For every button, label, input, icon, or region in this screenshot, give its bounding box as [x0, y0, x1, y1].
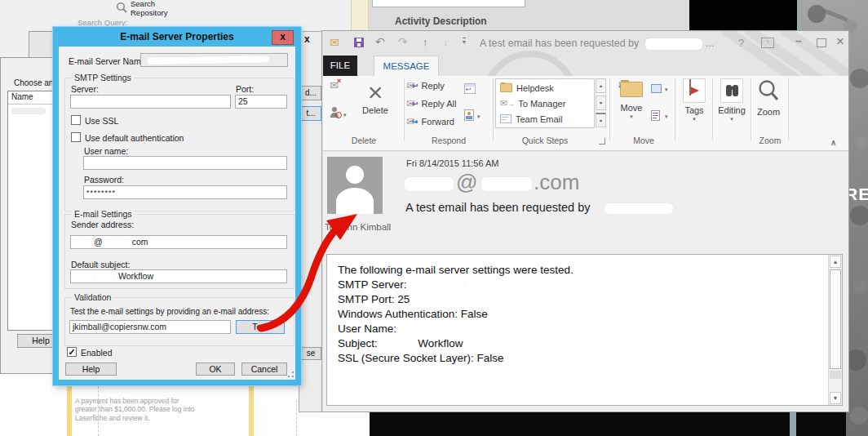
sender-address-field[interactable]: @com [70, 235, 287, 249]
quick-steps-group-label: Quick Steps [495, 136, 595, 145]
enabled-label: Enabled [81, 348, 113, 358]
tab-message[interactable]: MESSAGE [374, 56, 439, 76]
scroll-down-button[interactable]: ▼ [830, 392, 841, 404]
enabled-checkbox[interactable]: ✓ [67, 347, 77, 357]
sender-domain-fragment: com [132, 236, 148, 248]
quick-step-team-email[interactable]: Team Email [498, 111, 592, 127]
dialog-close-button[interactable]: x [272, 30, 294, 45]
sender-at: @ [456, 170, 477, 195]
canvas-yellow-strip [67, 386, 72, 436]
message-body-box[interactable]: The following e-mail server settings wer… [326, 254, 843, 406]
folder-corner [501, 82, 505, 84]
rules-dropdown-icon[interactable]: ▾ [665, 87, 668, 93]
previous-item-icon[interactable]: ↑ [423, 36, 428, 48]
sender-suffix: .com [534, 170, 579, 195]
gallery-down-button[interactable]: ▾ [596, 96, 606, 110]
group-separator [751, 78, 751, 140]
minimize-icon[interactable]: – [795, 34, 802, 47]
tab-file[interactable]: FILE [323, 56, 357, 76]
gallery-more-button[interactable]: ▾ [596, 113, 606, 127]
gallery-up-button[interactable]: ▴ [596, 78, 606, 93]
activity-input[interactable] [372, 0, 525, 7]
scroll-thumb[interactable] [830, 269, 841, 369]
payment-note: A payment has been approved for greater … [75, 397, 206, 422]
quick-step-helpdesk[interactable]: Helpdesk [498, 80, 592, 96]
dialog-client-area: E-mail Server Name: SMTP Settings Server… [59, 47, 295, 380]
cancel-button[interactable]: Cancel [241, 363, 287, 376]
tags-button[interactable]: Tags ▾ [679, 78, 710, 132]
onenote-dropdown-icon[interactable]: ▾ [665, 113, 668, 120]
edit-button-fragment[interactable]: t... [300, 106, 321, 121]
search-repository-label[interactable]: Search Repository [131, 0, 167, 17]
add-button-fragment[interactable]: d... [300, 86, 321, 100]
zoom-button[interactable]: Zoom [753, 78, 784, 132]
scroll-up-button[interactable]: ▲ [830, 256, 841, 268]
mail-icon[interactable]: ✉ [330, 36, 339, 49]
port-field[interactable]: 25 [235, 95, 287, 109]
test-email-field[interactable]: jkimball@copiersnw.com [69, 320, 231, 334]
junk-icon[interactable] [330, 107, 341, 118]
qat-customize-icon[interactable]: ▾ [463, 38, 466, 46]
user-name-field[interactable] [83, 156, 287, 170]
test-instruction-label: Test the e-mail settings by providing an… [70, 307, 269, 316]
server-field[interactable] [70, 95, 231, 109]
editing-button[interactable]: Editing ▾ [715, 78, 749, 132]
collapse-ribbon-icon[interactable]: ∧ [830, 138, 836, 147]
help-icon[interactable]: ? [738, 37, 744, 49]
password-field[interactable]: ******** [83, 185, 287, 199]
save-icon[interactable] [354, 38, 364, 47]
black-window-top-edge [797, 0, 799, 30]
payment-note-line: Laserfiche and review it. [75, 414, 206, 422]
servers-close-icon[interactable]: x [304, 33, 310, 45]
canvas-yellow-strip [249, 386, 254, 436]
quick-steps-dialog-launcher-icon[interactable] [599, 138, 605, 145]
delete-button[interactable]: × Delete [356, 78, 395, 133]
junk-dropdown-icon[interactable]: ▾ [343, 112, 347, 118]
move-button[interactable]: ↓ Move ▾ [615, 78, 648, 132]
im-dropdown-icon[interactable]: ▾ [477, 113, 480, 120]
quick-step-to-manager[interactable]: ✉→ To Manager [498, 96, 592, 111]
im-icon-dot [467, 112, 471, 115]
activity-description-label: Activity Description [395, 16, 487, 27]
molecule-node [808, 5, 826, 23]
molecule-node [855, 137, 868, 150]
ok-button[interactable]: OK [196, 363, 235, 376]
use-default-auth-checkbox[interactable] [71, 132, 81, 142]
forward-button[interactable]: ✉↪ Forward [406, 116, 454, 127]
default-subject-field[interactable]: Workflow [70, 269, 287, 283]
move-button-label: Move [615, 103, 648, 113]
meeting-icon[interactable]: ↩ [464, 83, 476, 94]
body-scrollbar[interactable]: ▲ ▼ [828, 255, 842, 405]
body-line: SMTP Port: 25 [338, 292, 821, 307]
test-button[interactable]: Test [236, 320, 285, 334]
close-icon[interactable]: × [836, 33, 844, 50]
desktop: RE Activity Description Search Repositor… [0, 0, 868, 436]
undo-icon[interactable]: ↶ [375, 35, 385, 48]
user-name-label: User name: [84, 146, 128, 156]
ignore-icon[interactable]: ✉× [330, 79, 339, 91]
next-item-icon[interactable]: ↓ [443, 36, 449, 48]
choose-list[interactable]: Name [7, 91, 60, 331]
reply-all-button[interactable]: ✉↩ Reply All [406, 98, 456, 109]
onenote-icon[interactable] [651, 110, 660, 121]
use-ssl-checkbox[interactable] [71, 115, 81, 125]
resize-grip[interactable] [288, 371, 294, 377]
editing-dropdown-icon: ▾ [715, 116, 749, 122]
dialog-title: E-mail Server Properties [53, 31, 301, 42]
choose-list-entry-redacted[interactable] [11, 108, 46, 114]
quick-step-label: Team Email [516, 114, 562, 124]
maximize-icon[interactable] [817, 38, 826, 47]
reply-button[interactable]: ✉↩ Reply [406, 80, 445, 91]
im-icon[interactable] [464, 109, 474, 121]
ribbon-options-icon[interactable]: ↑ [761, 38, 774, 48]
help-button[interactable]: Help [65, 363, 117, 376]
close-button-fragment[interactable]: se [300, 347, 321, 360]
meeting-icon-arrow: ↩ [466, 86, 472, 93]
body-line-label: SMTP Server: [338, 278, 407, 291]
use-ssl-label: Use SSL [85, 116, 118, 126]
message-header: Fri 8/14/2015 11:56 AM @ .com A test ema… [323, 152, 849, 251]
choose-list-header[interactable]: Name [8, 91, 59, 105]
redo-icon[interactable]: ↷ [398, 35, 408, 48]
body-redaction [381, 340, 415, 348]
rules-icon[interactable] [651, 84, 662, 93]
